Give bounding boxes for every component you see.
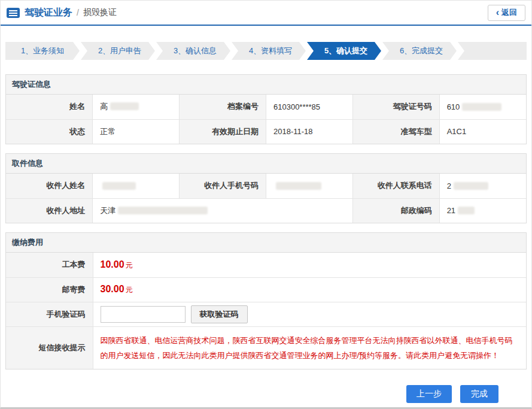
recipient-phone-label: 收件人联系电话 — [352, 174, 439, 198]
back-button[interactable]: ‹ 返回 — [488, 5, 525, 21]
step-2: 2、用户申告 — [81, 42, 155, 60]
step-6: 6、完成提交 — [382, 42, 457, 60]
file-no-value: 610300****85 — [266, 95, 352, 119]
redacted-text — [118, 207, 208, 214]
bottom-actions: 上一步 完成 — [1, 385, 498, 403]
expiry-value: 2018-11-18 — [266, 119, 352, 144]
step-5-label: 5、确认提交 — [324, 46, 367, 56]
fees-section: 缴纳费用 工本费 10.00元 邮寄费 30.00元 手机验证码 — [5, 232, 527, 369]
redacted-text — [458, 207, 475, 214]
license-no-value: 610 — [439, 95, 526, 119]
back-button-label: 返回 — [501, 7, 517, 18]
currency-unit: 元 — [126, 261, 133, 269]
redacted-text — [276, 182, 321, 190]
recipient-mobile-label: 收件人手机号码 — [180, 174, 266, 198]
sms-code-cell: 获取验证码 — [93, 302, 526, 326]
prev-step-button[interactable]: 上一步 — [406, 385, 452, 403]
license-business-icon — [7, 8, 20, 18]
mailing-fee-label: 邮寄费 — [6, 277, 93, 302]
redacted-text — [110, 102, 139, 110]
step-4: 4、资料填写 — [232, 42, 306, 60]
production-fee-amount: 10.00 — [101, 259, 124, 269]
get-code-button[interactable]: 获取验证码 — [191, 305, 248, 323]
recipient-phone-value: 2 — [439, 174, 526, 198]
step-bar-filler — [458, 42, 527, 60]
step-2-label: 2、用户申告 — [98, 46, 141, 56]
step-6-label: 6、完成提交 — [400, 46, 443, 56]
step-3-label: 3、确认信息 — [174, 46, 217, 56]
vehicle-class-label: 准驾车型 — [352, 119, 439, 144]
sms-notice-text: 因陕西省联通、电信运营商技术问题，陕西省互联网交通安全综合服务管理平台无法向持陕… — [93, 326, 526, 369]
table-row: 工本费 10.00元 — [6, 253, 526, 277]
table-row: 姓名 高 档案编号 610300****85 驾驶证号码 610 — [6, 95, 526, 119]
mailing-fee-amount: 30.00 — [101, 284, 124, 294]
expiry-label: 有效期止日期 — [180, 119, 266, 144]
sms-notice-label: 短信接收提示 — [6, 326, 93, 369]
step-5: 5、确认提交 — [307, 42, 381, 60]
table-row: 状态 正常 有效期止日期 2018-11-18 准驾车型 A1C1 — [6, 119, 526, 144]
sms-code-label: 手机验证码 — [6, 302, 93, 326]
license-info-section: 驾驶证信息 姓名 高 档案编号 610300****85 驾驶证号码 610 状… — [5, 74, 527, 144]
table-row: 收件人地址 天津 邮政编码 21 — [6, 198, 526, 223]
page-subtitle: 损毁换证 — [83, 7, 117, 18]
status-value: 正常 — [93, 119, 180, 144]
redacted-text — [102, 182, 136, 190]
breadcrumb-separator: / — [77, 8, 79, 17]
mailing-fee-value: 30.00元 — [93, 277, 526, 302]
sms-code-input[interactable] — [101, 306, 186, 323]
table-row: 短信接收提示 因陕西省联通、电信运营商技术问题，陕西省互联网交通安全综合服务管理… — [6, 326, 526, 369]
fees-title: 缴纳费用 — [6, 233, 526, 253]
address-label: 收件人地址 — [6, 198, 93, 223]
license-info-title: 驾驶证信息 — [6, 75, 526, 95]
table-row: 手机验证码 获取验证码 — [6, 302, 526, 326]
step-1: 1、业务须知 — [5, 42, 80, 60]
recipient-name-label: 收件人姓名 — [6, 174, 93, 198]
table-row: 收件人姓名 收件人手机号码 收件人联系电话 2 — [6, 174, 526, 198]
pickup-info-table: 收件人姓名 收件人手机号码 收件人联系电话 2 收件人地址 天津 邮政编码 21 — [6, 174, 526, 223]
address-value: 天津 — [93, 198, 352, 223]
step-4-label: 4、资料填写 — [249, 46, 292, 56]
fees-table: 工本费 10.00元 邮寄费 30.00元 手机验证码 获取验证码 — [6, 253, 526, 369]
redacted-text — [462, 103, 501, 111]
redacted-text — [454, 182, 488, 190]
postal-code-value: 21 — [439, 198, 526, 223]
header: 驾驶证业务 / 损毁换证 ‹ 返回 — [1, 1, 531, 26]
file-no-label: 档案编号 — [180, 95, 266, 119]
page-title: 驾驶证业务 — [25, 7, 72, 19]
name-value: 高 — [93, 95, 180, 119]
table-row: 邮寄费 30.00元 — [6, 277, 526, 302]
license-info-table: 姓名 高 档案编号 610300****85 驾驶证号码 610 状态 正常 有… — [6, 95, 526, 144]
pickup-info-title: 取件信息 — [6, 154, 526, 174]
postal-code-label: 邮政编码 — [352, 198, 439, 223]
chevron-left-icon: ‹ — [496, 8, 499, 17]
production-fee-value: 10.00元 — [93, 253, 526, 277]
name-label: 姓名 — [6, 95, 93, 119]
vehicle-class-value: A1C1 — [439, 119, 526, 144]
step-progress-bar: 1、业务须知 2、用户申告 3、确认信息 4、资料填写 5、确认提交 6、完成提… — [5, 42, 527, 60]
step-1-label: 1、业务须知 — [21, 46, 64, 56]
recipient-name-value — [93, 174, 180, 198]
license-no-label: 驾驶证号码 — [352, 95, 439, 119]
page: 驾驶证业务 / 损毁换证 ‹ 返回 1、业务须知 2、用户申告 3、确认信息 4… — [0, 0, 532, 409]
currency-unit: 元 — [126, 286, 133, 294]
recipient-mobile-value — [266, 174, 352, 198]
production-fee-label: 工本费 — [6, 253, 93, 277]
status-label: 状态 — [6, 119, 93, 144]
pickup-info-section: 取件信息 收件人姓名 收件人手机号码 收件人联系电话 2 收件人地址 天津 邮政… — [5, 153, 527, 223]
finish-button[interactable]: 完成 — [460, 385, 498, 403]
step-3: 3、确认信息 — [156, 42, 230, 60]
